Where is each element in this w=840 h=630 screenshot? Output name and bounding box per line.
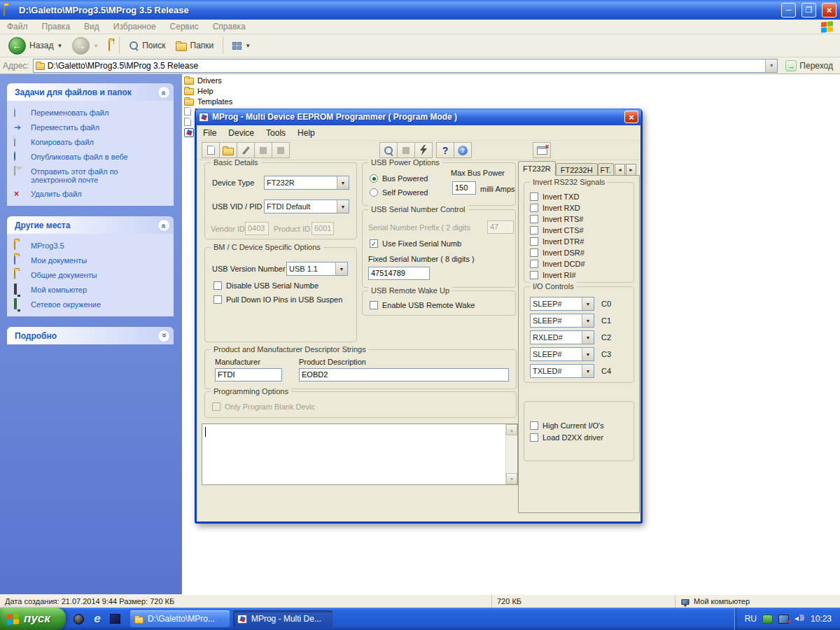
tasks-panel-header[interactable]: Задачи для файлов и папок «: [7, 83, 174, 101]
places-panel-header[interactable]: Другие места «: [7, 216, 174, 234]
volume-icon[interactable]: [794, 615, 805, 624]
device-type-combo[interactable]: FT232R ▼: [264, 176, 349, 190]
new-file-button[interactable]: [202, 142, 220, 158]
io-c2-combo[interactable]: RXLED#▼: [530, 330, 594, 344]
high-current-checkbox[interactable]: High Current I/O's: [530, 421, 604, 430]
about-button[interactable]: ?: [436, 142, 454, 158]
io-c1-combo[interactable]: SLEEP#▼: [530, 314, 594, 328]
details-panel-header[interactable]: Подробно «: [7, 327, 174, 344]
task-move[interactable]: ➔ Переместить файл: [14, 122, 169, 132]
chevron-down-icon[interactable]: ▼: [582, 348, 594, 360]
folders-button[interactable]: Папки: [173, 39, 217, 52]
program-button[interactable]: [414, 142, 433, 158]
collapse-chevron-icon[interactable]: «: [158, 86, 170, 99]
mprog-menu-help[interactable]: Help: [298, 128, 315, 138]
antivirus-tray-icon[interactable]: [762, 615, 773, 624]
pull-down-checkbox[interactable]: Pull Down IO Pins in USB Suspen: [214, 295, 342, 304]
minimize-button[interactable]: ─: [781, 3, 796, 18]
invert-dcd-checkbox[interactable]: Invert DCD#: [530, 260, 585, 268]
edit-button[interactable]: [237, 142, 255, 158]
mprog-close-button[interactable]: ×: [624, 111, 638, 123]
mprog-menu-tools[interactable]: Tools: [266, 128, 286, 138]
manufacturer-field[interactable]: FTDI: [215, 368, 282, 382]
exit-button[interactable]: ×: [533, 142, 551, 158]
forward-button[interactable]: → ▼: [69, 36, 102, 56]
language-indicator[interactable]: RU: [745, 614, 757, 624]
invert-dtr-checkbox[interactable]: Invert DTR#: [530, 237, 584, 246]
chevron-down-icon[interactable]: ▼: [337, 176, 349, 189]
usb-version-combo[interactable]: USB 1.1 ▼: [286, 262, 348, 276]
chevron-down-icon[interactable]: ▼: [335, 262, 347, 275]
menu-favorites[interactable]: Избранное: [113, 22, 156, 31]
mprog-menu-file[interactable]: File: [203, 128, 216, 138]
expand-chevron-icon[interactable]: «: [158, 330, 170, 342]
menu-tools[interactable]: Сервис: [170, 22, 199, 31]
tab-scroll-right-button[interactable]: ►: [626, 164, 636, 176]
disable-serial-checkbox[interactable]: Disable USB Serial Numbe: [214, 281, 318, 290]
address-input[interactable]: D:\Galetto\MProg3.5\MProg 3.5 Release ▼: [33, 59, 778, 73]
file-row[interactable]: Templates: [184, 97, 232, 106]
file-row[interactable]: Drivers: [184, 76, 222, 85]
place-shared-documents[interactable]: Общие документы: [14, 270, 169, 280]
restore-button[interactable]: ❐: [802, 3, 816, 18]
internet-explorer-icon[interactable]: e: [91, 612, 104, 625]
file-row[interactable]: Help: [184, 86, 214, 95]
invert-cts-checkbox[interactable]: Invert CTS#: [530, 226, 584, 234]
task-delete[interactable]: × Удалить файл: [14, 189, 169, 199]
load-d2xx-checkbox[interactable]: Load D2XX driver: [530, 433, 603, 442]
place-my-computer[interactable]: Мой компьютер: [14, 285, 169, 295]
product-description-field[interactable]: EOBD2: [299, 368, 509, 382]
menu-view[interactable]: Вид: [84, 22, 99, 31]
mprog-menu-device[interactable]: Device: [228, 128, 254, 138]
go-button[interactable]: → Переход: [781, 60, 837, 71]
task-email[interactable]: Отправить этот файл по электронной почте: [14, 167, 169, 184]
scrollbar[interactable]: ▲ ▼: [505, 424, 517, 484]
use-fixed-serial-checkbox[interactable]: ✓Use Fixed Serial Numb: [370, 239, 461, 248]
io-c3-combo[interactable]: SLEEP#▼: [530, 347, 594, 361]
max-bus-power-field[interactable]: 150: [452, 181, 476, 195]
back-dropdown-icon[interactable]: ▼: [57, 43, 62, 49]
invert-txd-checkbox[interactable]: Invert TXD: [530, 192, 579, 201]
scroll-up-icon[interactable]: ▲: [506, 424, 517, 435]
media-app-icon[interactable]: [109, 612, 122, 625]
network-disconnected-icon[interactable]: ×: [778, 615, 789, 624]
chevron-down-icon[interactable]: ▼: [582, 314, 594, 327]
self-powered-radio[interactable]: Self Powered: [370, 188, 428, 197]
menu-edit[interactable]: Правка: [42, 22, 71, 31]
place-network[interactable]: Сетевое окружение: [14, 300, 169, 309]
chevron-down-icon[interactable]: ▼: [582, 365, 594, 377]
back-button[interactable]: ← Назад ▼: [6, 36, 65, 56]
task-rename[interactable]: Переименовать файл: [14, 108, 169, 118]
address-dropdown-button[interactable]: ▼: [765, 59, 777, 72]
app-quicklaunch-icon[interactable]: [73, 612, 85, 625]
close-button[interactable]: ×: [822, 3, 836, 18]
collapse-chevron-icon[interactable]: «: [158, 219, 170, 232]
chevron-down-icon[interactable]: ▼: [337, 200, 349, 213]
menu-help[interactable]: Справка: [213, 22, 246, 31]
chevron-down-icon[interactable]: ▼: [582, 331, 594, 344]
invert-rxd-checkbox[interactable]: Invert RXD: [530, 204, 580, 212]
views-button[interactable]: ▼: [230, 41, 253, 51]
fixed-serial-field[interactable]: 47514789: [368, 267, 430, 280]
open-file-button[interactable]: [219, 142, 237, 158]
chevron-down-icon[interactable]: ▼: [582, 298, 594, 310]
invert-rts-checkbox[interactable]: Invert RTS#: [530, 215, 584, 223]
io-c4-combo[interactable]: TXLED#▼: [530, 364, 594, 378]
tab-ft232r[interactable]: FT232R: [518, 161, 556, 176]
vidpid-combo[interactable]: FTDI Default ▼: [264, 200, 349, 214]
help-button[interactable]: ?: [454, 142, 472, 158]
search-button[interactable]: Поиск: [126, 39, 168, 52]
task-publish[interactable]: Опубликовать файл в вебе: [14, 152, 169, 162]
taskbar-button-explorer[interactable]: D:\Galetto\MPro...: [130, 610, 230, 627]
tab-ft2232h[interactable]: FT2232H: [556, 163, 598, 176]
log-textarea[interactable]: ▲ ▼: [202, 424, 518, 485]
mprog-titlebar[interactable]: MProg - Multi Device EEPROM Programmer (…: [196, 108, 641, 125]
tab-scroll-left-button[interactable]: ◄: [615, 164, 625, 176]
enable-remote-wake-checkbox[interactable]: Enable USB Remote Wake: [370, 301, 475, 309]
up-button[interactable]: ↑: [106, 39, 113, 52]
io-c0-combo[interactable]: SLEEP#▼: [530, 297, 594, 311]
place-my-documents[interactable]: Мои документы: [14, 255, 169, 265]
scroll-down-icon[interactable]: ▼: [506, 473, 517, 484]
tab-ft[interactable]: FT.: [598, 163, 614, 176]
invert-dsr-checkbox[interactable]: Invert DSR#: [530, 248, 584, 257]
